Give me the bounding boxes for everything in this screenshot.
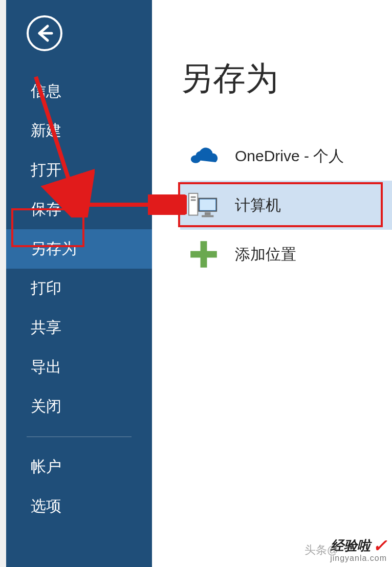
sidebar-item-account[interactable]: 帐户 [6, 447, 152, 487]
sidebar-item-new[interactable]: 新建 [6, 111, 152, 150]
sidebar-item-info[interactable]: 信息 [6, 72, 152, 111]
location-onedrive-label: OneDrive - 个人 [235, 146, 344, 167]
svg-rect-2 [191, 197, 196, 198]
sidebar: 信息 新建 打开 保存 另存为 打印 共享 导出 关闭 帐户 选项 [6, 0, 152, 567]
sidebar-item-open[interactable]: 打开 [6, 150, 152, 190]
sidebar-item-share[interactable]: 共享 [6, 308, 152, 347]
onedrive-icon [188, 140, 220, 172]
content-pane: 另存为 OneDrive - 个人 计算机 [152, 0, 392, 567]
back-arrow-icon [34, 23, 55, 43]
svg-rect-6 [205, 212, 211, 215]
checkmark-icon: ✓ [373, 535, 387, 556]
sidebar-item-saveas[interactable]: 另存为 [6, 229, 152, 269]
watermark: 经验啦 ✓ jingyanla.com [330, 535, 387, 563]
computer-icon [188, 189, 220, 221]
svg-rect-3 [191, 199, 196, 201]
location-add[interactable]: 添加位置 [180, 230, 392, 279]
sidebar-item-options[interactable]: 选项 [6, 487, 152, 526]
sidebar-item-export[interactable]: 导出 [6, 347, 152, 387]
back-button[interactable] [27, 15, 62, 51]
window-left-edge [0, 0, 6, 567]
location-onedrive[interactable]: OneDrive - 个人 [180, 132, 392, 181]
svg-point-0 [191, 155, 201, 163]
sidebar-separator [27, 437, 132, 437]
sidebar-item-print[interactable]: 打印 [6, 269, 152, 308]
location-computer-label: 计算机 [235, 195, 281, 216]
watermark-url: jingyanla.com [330, 554, 387, 563]
location-computer[interactable]: 计算机 [180, 181, 392, 230]
svg-rect-5 [200, 199, 215, 210]
sidebar-item-close[interactable]: 关闭 [6, 387, 152, 426]
location-add-label: 添加位置 [235, 244, 296, 265]
svg-rect-7 [202, 215, 213, 217]
sidebar-menu: 信息 新建 打开 保存 另存为 打印 共享 导出 关闭 帐户 选项 [6, 72, 152, 526]
sidebar-item-save[interactable]: 保存 [6, 190, 152, 229]
svg-rect-9 [190, 251, 217, 258]
page-title: 另存为 [180, 56, 392, 101]
add-location-icon [188, 238, 220, 270]
watermark-brand: 经验啦 [331, 537, 371, 555]
